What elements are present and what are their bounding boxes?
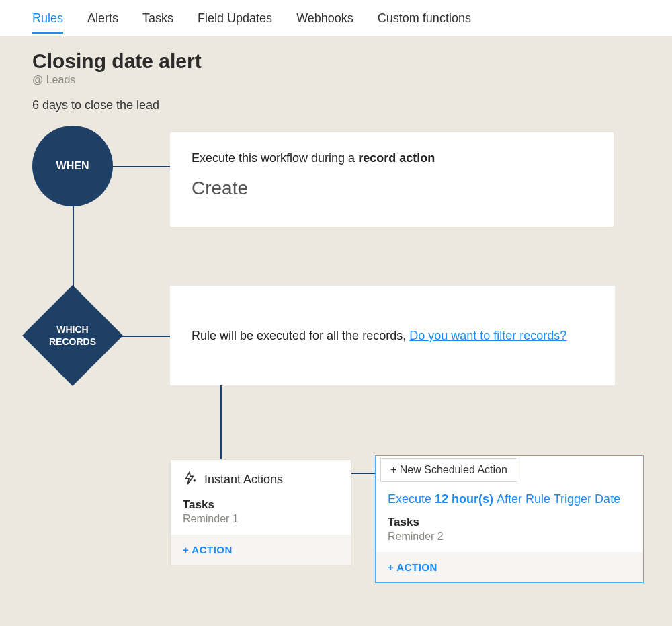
tab-custom-functions[interactable]: Custom functions [378,2,471,34]
which-records-card[interactable]: Rule will be executed for all the record… [170,286,615,385]
sched-exec-suffix: After Rule Trigger Date [497,492,620,506]
which-records-label: WHICH RECORDS [22,285,123,386]
which-records-node: WHICH RECORDS [22,285,123,386]
when-text-bold: record action [358,151,435,165]
connector [220,385,222,459]
rule-description: 6 days to close the lead [32,98,640,112]
instant-actions-card[interactable]: Instant Actions Tasks Reminder 1 + ACTIO… [170,459,351,565]
workflow-canvas: WHEN Execute this workflow during a reco… [32,126,640,626]
sched-exec-prefix: Execute [388,492,435,506]
add-action-button[interactable]: + ACTION [171,535,351,565]
filter-records-link[interactable]: Do you want to filter records? [409,329,566,342]
task-reminder-2[interactable]: Reminder 2 [388,531,631,543]
connector [120,336,170,337]
when-node: WHEN [32,126,113,206]
tab-bar: Rules Alerts Tasks Field Updates Webhook… [0,0,672,36]
new-scheduled-action-button[interactable]: + New Scheduled Action [380,458,517,482]
tasks-label: Tasks [183,498,339,512]
connector [351,473,375,474]
tab-field-updates[interactable]: Field Updates [198,2,272,34]
module-label: @ Leads [32,74,640,86]
page-title: Closing date alert [32,50,640,73]
instant-actions-title: Instant Actions [204,473,283,487]
scheduled-add-action-button[interactable]: + ACTION [376,552,643,582]
task-reminder-1[interactable]: Reminder 1 [183,513,339,525]
tab-rules[interactable]: Rules [32,2,63,34]
which-records-text: Rule will be executed for all the record… [192,329,409,342]
when-action-type: Create [192,178,592,199]
when-text-prefix: Execute this workflow during a [192,151,358,165]
when-label: WHEN [56,160,89,172]
when-text: Execute this workflow during a record ac… [192,151,592,165]
scheduled-execute-label: Execute 12 hour(s) After Rule Trigger Da… [388,492,631,506]
connector [110,166,170,167]
sched-exec-bold: 12 hour(s) [435,492,497,506]
tab-tasks[interactable]: Tasks [142,2,173,34]
tab-alerts[interactable]: Alerts [87,2,118,34]
tab-webhooks[interactable]: Webhooks [296,2,353,34]
when-card[interactable]: Execute this workflow during a record ac… [170,132,614,227]
scheduled-tasks-label: Tasks [388,516,631,529]
lightning-icon [183,471,198,489]
